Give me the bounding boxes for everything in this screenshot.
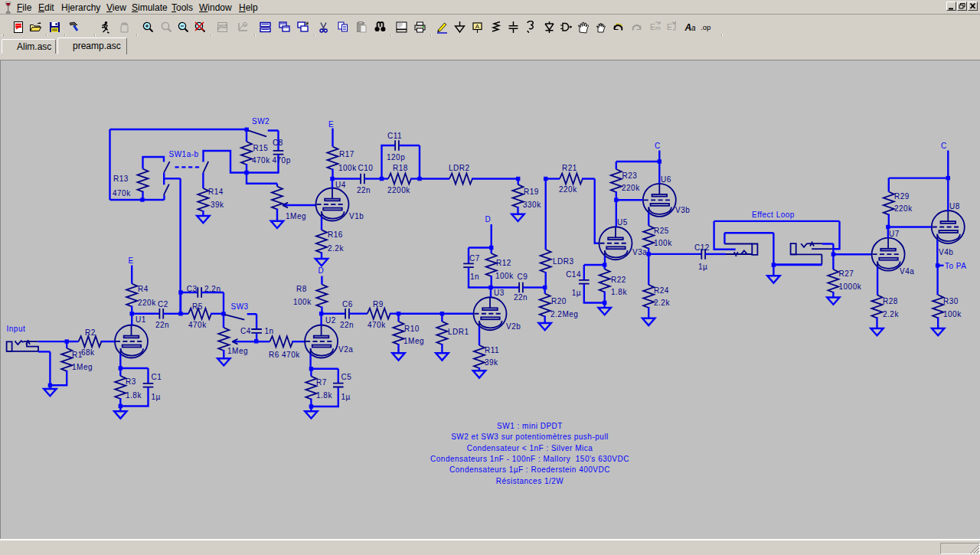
svg-text:R19: R19 xyxy=(524,188,539,196)
svg-text:R13: R13 xyxy=(113,175,129,183)
svg-text:a: a xyxy=(691,23,696,31)
svg-text:220k: 220k xyxy=(622,184,640,192)
svg-text:R29: R29 xyxy=(894,192,910,201)
svg-text:220k: 220k xyxy=(894,204,913,213)
svg-text:330k: 330k xyxy=(523,201,541,209)
svg-text:V4b: V4b xyxy=(939,248,953,256)
svg-text:m: m xyxy=(655,24,661,31)
svg-text:Résistances 1/2W: Résistances 1/2W xyxy=(496,477,564,485)
svg-text:Input: Input xyxy=(7,325,26,333)
svg-text:R9: R9 xyxy=(373,300,384,309)
svg-text:Condensateur < 1nF : Silver Mi: Condensateur < 1nF : Silver Mica xyxy=(467,444,593,452)
svg-text:100k: 100k xyxy=(654,239,672,247)
svg-text:LDR2: LDR2 xyxy=(449,164,470,172)
svg-text:R24: R24 xyxy=(654,286,669,295)
svg-text:C1: C1 xyxy=(152,373,162,381)
svg-text:U1: U1 xyxy=(136,315,146,324)
svg-text:U5: U5 xyxy=(617,218,628,227)
svg-text:R17: R17 xyxy=(339,150,354,158)
svg-text:R3: R3 xyxy=(126,377,136,386)
svg-text:2.2k: 2.2k xyxy=(328,244,344,253)
svg-text:470k: 470k xyxy=(188,321,207,329)
svg-text:.op: .op xyxy=(701,23,710,31)
svg-text:1Meg: 1Meg xyxy=(286,212,306,220)
svg-text:D: D xyxy=(485,215,492,224)
svg-text:C7: C7 xyxy=(469,254,480,263)
svg-text:1Meg: 1Meg xyxy=(72,363,93,371)
svg-text:Condensateurs 1µF : Roederstei: Condensateurs 1µF : Roederstein 400VDC xyxy=(449,465,610,474)
svg-text:E: E xyxy=(328,120,334,129)
svg-text:C4: C4 xyxy=(240,327,251,335)
svg-text:470k: 470k xyxy=(252,156,270,165)
svg-text:1.8k: 1.8k xyxy=(316,391,332,400)
svg-text:R11: R11 xyxy=(485,346,499,354)
svg-text:22n: 22n xyxy=(514,293,528,302)
svg-text:U6: U6 xyxy=(661,175,671,184)
svg-text:1000k: 1000k xyxy=(839,282,862,291)
svg-text:V3a: V3a xyxy=(632,248,647,256)
svg-text:R2: R2 xyxy=(85,328,96,337)
svg-text:C12: C12 xyxy=(694,243,710,252)
svg-text:R7: R7 xyxy=(316,378,327,387)
svg-text:C: C xyxy=(941,142,947,150)
svg-text:100k: 100k xyxy=(495,272,514,280)
svg-text:220k: 220k xyxy=(138,299,156,307)
svg-text:LDR1: LDR1 xyxy=(448,328,469,336)
svg-text:C8: C8 xyxy=(273,139,283,147)
svg-text:2.2k: 2.2k xyxy=(883,310,899,318)
svg-text:R16: R16 xyxy=(328,230,343,239)
svg-text:U2: U2 xyxy=(325,316,336,325)
svg-text:1n: 1n xyxy=(265,327,274,335)
svg-text:R12: R12 xyxy=(496,259,511,267)
svg-text:Condensateurs 1nF - 100nF : Ma: Condensateurs 1nF - 100nF : Mallory 150'… xyxy=(430,455,629,463)
svg-text:R23: R23 xyxy=(622,171,638,180)
svg-text:100k: 100k xyxy=(293,298,312,306)
svg-text:R18: R18 xyxy=(393,164,408,172)
svg-text:120p: 120p xyxy=(387,153,405,162)
svg-text:LDR3: LDR3 xyxy=(553,257,574,266)
svg-text:R28: R28 xyxy=(883,297,898,305)
svg-text:2200k: 2200k xyxy=(387,186,410,194)
svg-text:1n: 1n xyxy=(470,273,479,281)
svg-text:A: A xyxy=(684,21,691,32)
svg-text:C9: C9 xyxy=(518,273,528,281)
svg-text:V1b: V1b xyxy=(349,212,364,220)
svg-text:R8: R8 xyxy=(296,285,307,293)
svg-text:22n: 22n xyxy=(357,186,371,194)
svg-text:100k: 100k xyxy=(338,164,357,172)
svg-text:R25: R25 xyxy=(654,227,669,235)
svg-text:2,2n: 2,2n xyxy=(204,285,220,293)
svg-text:SW3: SW3 xyxy=(231,302,249,311)
svg-text:C3: C3 xyxy=(187,285,198,293)
svg-text:C6: C6 xyxy=(342,300,353,309)
svg-text:R22: R22 xyxy=(611,276,626,284)
svg-text:R4: R4 xyxy=(138,285,149,293)
svg-text:To PA: To PA xyxy=(945,262,966,270)
svg-text:Effect Loop: Effect Loop xyxy=(752,211,795,219)
svg-text:C10: C10 xyxy=(358,164,374,172)
svg-text:R27: R27 xyxy=(839,269,854,278)
svg-text:C11: C11 xyxy=(387,132,402,140)
svg-text:SW2: SW2 xyxy=(252,117,270,126)
svg-text:R15: R15 xyxy=(253,144,269,152)
svg-text:D: D xyxy=(318,266,325,275)
svg-text:1.8k: 1.8k xyxy=(126,391,142,400)
svg-text:A: A xyxy=(475,23,479,30)
svg-text:1Meg: 1Meg xyxy=(403,337,424,345)
svg-text:U7: U7 xyxy=(889,230,900,238)
svg-text:E: E xyxy=(129,256,134,265)
svg-text:68k: 68k xyxy=(81,348,95,357)
svg-text:1µ: 1µ xyxy=(698,263,707,271)
svg-text:E: E xyxy=(650,23,655,31)
svg-text:1.8k: 1.8k xyxy=(611,288,627,296)
svg-text:R10: R10 xyxy=(404,325,420,333)
svg-text:U4: U4 xyxy=(335,181,346,189)
svg-text:SW2 et SW3 sur potentiomètres: SW2 et SW3 sur potentiomètres push-pull xyxy=(451,433,609,441)
svg-text:1µ: 1µ xyxy=(341,393,351,401)
svg-text:R21: R21 xyxy=(562,164,577,172)
svg-text:220k: 220k xyxy=(559,185,577,194)
svg-text:470k: 470k xyxy=(113,189,131,198)
svg-text:22n: 22n xyxy=(155,321,169,329)
svg-text:39k: 39k xyxy=(485,358,498,367)
svg-text:C5: C5 xyxy=(341,373,352,381)
